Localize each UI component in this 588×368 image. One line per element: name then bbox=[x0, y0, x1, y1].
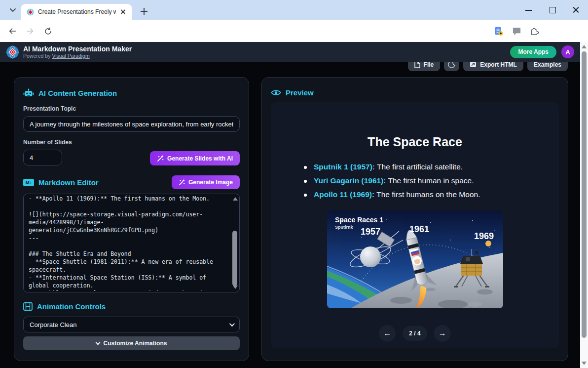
magic-wand-icon bbox=[179, 179, 185, 186]
export-icon bbox=[470, 61, 477, 68]
web-page: File Export HTML Examples AI Markdown Pr… bbox=[0, 42, 580, 368]
page-indicator: 2 / 4 bbox=[403, 326, 427, 341]
animation-controls-heading: Animation Controls bbox=[23, 302, 240, 311]
feedback-button[interactable] bbox=[509, 24, 524, 39]
generate-image-button[interactable]: Generate Image bbox=[172, 175, 240, 189]
scroll-up-icon[interactable] bbox=[233, 197, 238, 201]
editor-scrollbar[interactable] bbox=[231, 195, 238, 291]
file-button-label: File bbox=[424, 61, 434, 68]
scroll-down-icon[interactable] bbox=[582, 362, 587, 365]
animation-preset-select[interactable]: Corporate Clean bbox=[23, 317, 240, 332]
generate-image-label: Generate Image bbox=[188, 179, 233, 186]
topic-label: Presentation Topic bbox=[23, 105, 240, 112]
left-arrow-icon: ← bbox=[383, 329, 391, 338]
tab-title: Create Presentations Freely with bbox=[38, 8, 116, 15]
visual-paradigm-link[interactable]: Visual Paradigm bbox=[52, 53, 89, 59]
space-race-illustration: 1957 1961 1969 Space Races 1 Sputirnk bbox=[327, 210, 503, 308]
forward-button[interactable] bbox=[23, 24, 37, 39]
page-scrollbar[interactable] bbox=[580, 42, 588, 368]
magic-wand-icon bbox=[157, 155, 164, 162]
reload-button[interactable] bbox=[40, 24, 55, 39]
previous-slide-button[interactable]: ← bbox=[379, 325, 396, 342]
app-title-block: AI Markdown Presentation Maker Powered b… bbox=[23, 45, 132, 59]
browser-titlebar: Create Presentations Freely with bbox=[0, 0, 588, 20]
tab-search-button[interactable] bbox=[5, 4, 21, 17]
slides-count-input[interactable] bbox=[23, 150, 62, 165]
slide-bullet: Yuri Gagarin (1961): The first human in … bbox=[301, 174, 529, 188]
customize-animations-button[interactable]: Customize Animations bbox=[23, 336, 240, 350]
slide-bullet-list: Sputnik 1 (1957): The first artificial s… bbox=[301, 160, 529, 202]
preview-heading: Preview bbox=[271, 88, 559, 97]
markdown-editor-text[interactable]: - **Apollo 11 (1969):** The first humans… bbox=[29, 195, 228, 291]
preview-heading-label: Preview bbox=[286, 88, 314, 97]
user-avatar[interactable]: A bbox=[561, 45, 574, 58]
back-icon bbox=[8, 27, 17, 36]
export-html-label: Export HTML bbox=[480, 61, 517, 68]
image-title: Space Races 1 bbox=[335, 216, 383, 224]
extensions-button[interactable] bbox=[527, 24, 542, 39]
bullet-lead: Apollo 11 (1969): bbox=[314, 190, 374, 199]
slide-image: 1957 1961 1969 Space Races 1 Sputirnk bbox=[327, 210, 503, 308]
preview-panel: Preview The Space Race Sputnik 1 (1957):… bbox=[261, 77, 568, 361]
bullet-text: The first humans on the Moon. bbox=[374, 190, 480, 199]
maximize-button[interactable] bbox=[548, 5, 557, 15]
eye-icon bbox=[271, 89, 281, 96]
markdown-editor-label: Markdown Editor bbox=[38, 178, 99, 187]
minimize-button[interactable] bbox=[524, 5, 534, 15]
next-slide-button[interactable]: → bbox=[434, 325, 451, 342]
animation-controls-label: Animation Controls bbox=[37, 302, 106, 311]
puzzle-icon bbox=[530, 27, 539, 36]
content-generation-panel: AI Content Generation Presentation Topic… bbox=[14, 77, 249, 361]
markdown-editor-heading: M↓ Markdown Editor bbox=[23, 178, 99, 187]
reload-icon bbox=[44, 27, 52, 36]
generate-slides-button[interactable]: Generate Slides with AI bbox=[150, 151, 240, 165]
site-favicon bbox=[27, 8, 34, 16]
editor-scrollbar-thumb[interactable] bbox=[232, 231, 237, 286]
scroll-up-icon[interactable] bbox=[582, 45, 587, 48]
back-button[interactable] bbox=[5, 24, 20, 39]
tab-close-icon[interactable] bbox=[119, 8, 127, 16]
scroll-down-icon[interactable] bbox=[233, 286, 238, 289]
new-tab-button[interactable] bbox=[138, 5, 150, 17]
chat-bubble-icon bbox=[512, 27, 521, 36]
right-arrow-icon: → bbox=[439, 329, 446, 338]
slides-label: Number of Slides bbox=[23, 139, 240, 146]
topic-input[interactable] bbox=[23, 116, 240, 132]
bullet-lead: Yuri Gagarin (1961): bbox=[314, 176, 386, 185]
forward-icon bbox=[26, 27, 35, 36]
ai-content-heading: AI Content Generation bbox=[23, 88, 240, 97]
chevron-down-icon bbox=[10, 8, 16, 12]
app-logo bbox=[6, 45, 19, 59]
close-button[interactable] bbox=[571, 5, 581, 15]
powered-by-prefix: Powered by bbox=[23, 53, 52, 59]
markdown-icon: M↓ bbox=[23, 179, 34, 186]
slide-bullet: Sputnik 1 (1957): The first artificial s… bbox=[301, 160, 529, 174]
bullet-text: The first artificial satellite. bbox=[375, 163, 463, 171]
moon-icon bbox=[448, 61, 455, 68]
slide-title: The Space Race bbox=[271, 135, 559, 149]
slide-pager: ← 2 / 4 → bbox=[271, 325, 559, 342]
window-controls bbox=[524, 0, 581, 20]
reading-mode-button[interactable] bbox=[491, 24, 506, 39]
robot-icon bbox=[23, 88, 34, 97]
slide-preview: The Space Race Sputnik 1 (1957): The fir… bbox=[271, 102, 559, 348]
powered-by: Powered by Visual Paradigm bbox=[23, 53, 132, 59]
page-scrollbar-thumb[interactable] bbox=[582, 51, 587, 338]
year-1957: 1957 bbox=[360, 227, 380, 237]
app-title: AI Markdown Presentation Maker bbox=[23, 45, 132, 53]
year-1961: 1961 bbox=[409, 224, 429, 234]
year-1969: 1969 bbox=[474, 231, 493, 241]
examples-label: Examples bbox=[534, 61, 561, 68]
chevron-down-icon bbox=[95, 340, 100, 345]
bullet-text: The first human in space. bbox=[386, 176, 474, 185]
app-header: AI Markdown Presentation Maker Powered b… bbox=[0, 42, 580, 62]
markdown-editor[interactable]: - **Apollo 11 (1969):** The first humans… bbox=[23, 194, 240, 292]
slide-bullet: Apollo 11 (1969): The first humans on th… bbox=[301, 188, 529, 202]
ai-content-heading-label: AI Content Generation bbox=[38, 89, 117, 97]
bullet-lead: Sputnik 1 (1957): bbox=[314, 163, 375, 171]
customize-animations-label: Customize Animations bbox=[104, 340, 167, 347]
browser-tab[interactable]: Create Presentations Freely with bbox=[21, 4, 132, 20]
doc-download-icon bbox=[494, 26, 504, 36]
generate-slides-label: Generate Slides with AI bbox=[167, 155, 233, 162]
more-apps-button[interactable]: More Apps bbox=[510, 46, 556, 58]
